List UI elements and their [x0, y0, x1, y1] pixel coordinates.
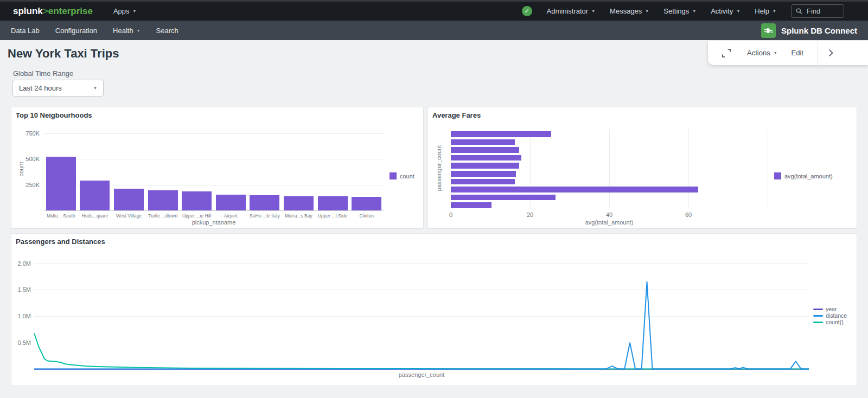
series-line-distance[interactable]: [34, 282, 809, 369]
x-axis-category: Huds...quare: [78, 213, 112, 219]
nav-data-lab[interactable]: Data Lab: [11, 27, 40, 35]
chevron-down-icon: ▼: [774, 51, 777, 55]
menu-administrator[interactable]: Administrator ▼: [547, 7, 596, 15]
top-navbar: splunk>enterprise Apps ▼ ✓ Administrator…: [0, 0, 868, 21]
legend-swatch: [813, 309, 823, 310]
hbar-passenger-count-8[interactable]: [451, 195, 556, 201]
menu-messages[interactable]: Messages ▼: [610, 7, 649, 15]
menu-help-label: Help: [755, 7, 769, 15]
edit-button[interactable]: Edit: [792, 49, 803, 57]
x-axis-tick: 60: [680, 211, 697, 218]
hbar-passenger-count-5[interactable]: [451, 171, 516, 177]
hbar-passenger-count-0[interactable]: [451, 131, 551, 137]
menu-apps[interactable]: Apps ▼: [113, 7, 137, 15]
chart-legend: yeardistancecount(): [813, 306, 847, 325]
hbar-passenger-count-9[interactable]: [451, 202, 492, 208]
hbar-passenger-count-2[interactable]: [451, 147, 519, 153]
menu-help[interactable]: Help ▼: [755, 7, 776, 15]
time-range-dropdown[interactable]: Last 24 hours ▼: [12, 80, 104, 97]
fullscreen-icon[interactable]: [721, 48, 732, 59]
gridline: [44, 133, 384, 134]
app-name: Splunk DB Connect: [781, 26, 857, 35]
gridline: [44, 159, 384, 159]
nav-search[interactable]: Search: [156, 27, 178, 35]
x-axis-tick: 20: [522, 211, 538, 218]
legend-label: distance: [826, 312, 847, 319]
logo-splunk-text: splunk: [13, 6, 43, 16]
health-status-ok-icon[interactable]: ✓: [522, 6, 532, 16]
app-navbar: Data Lab Configuration Health ▼ Search S…: [0, 21, 868, 40]
hbar-passenger-count-6[interactable]: [451, 179, 515, 185]
panel-passengers-distances: Passengers and Distances 0.5M1.0M1.5M2.0…: [11, 233, 857, 386]
chevron-down-icon: ▼: [692, 9, 696, 13]
find-search-box[interactable]: [791, 4, 844, 18]
bar-Turtle ...dtown[interactable]: [148, 190, 178, 210]
x-axis-category: SoHo-...le Italy: [248, 213, 282, 219]
y-axis-tick: 500K: [11, 156, 40, 162]
legend-avg-total-amount[interactable]: avg(total_amount): [774, 172, 833, 179]
dashboard-content: Actions ▼ Edit New York Taxi Trips Globa…: [0, 40, 868, 398]
y-axis-tick: 1.0M: [11, 313, 31, 319]
menu-messages-label: Messages: [610, 7, 642, 15]
chart-title-passengers-distances: Passengers and Distances: [16, 237, 105, 246]
line-chart-passengers-distances: 0.5M1.0M1.5M2.0Mpassenger_countyeardista…: [11, 234, 857, 386]
chevron-down-icon: ▼: [645, 9, 649, 13]
legend-swatch: [813, 322, 823, 323]
bar-Huds...quare[interactable]: [80, 181, 110, 210]
bar-Clinton[interactable]: [352, 197, 381, 210]
bar-chart-top10: 250K500K750KMidto... SouthHuds...quareWe…: [11, 107, 423, 228]
bar-Airport[interactable]: [216, 195, 246, 210]
chevron-down-icon: ▼: [93, 86, 97, 90]
chevron-right-button[interactable]: [818, 49, 844, 57]
series-line-count()[interactable]: [34, 333, 809, 369]
menu-activity[interactable]: Activity ▼: [711, 7, 740, 15]
legend-swatch: [774, 172, 781, 179]
time-range-value: Last 24 hours: [19, 84, 62, 92]
legend-swatch: [390, 172, 397, 179]
legend-label: year: [826, 306, 837, 312]
hbar-passenger-count-7[interactable]: [451, 187, 698, 192]
legend-swatch: [813, 315, 823, 317]
search-icon: [796, 8, 802, 15]
logo-product-text: enterprise: [48, 6, 93, 16]
chart-title-average-fares: Average Fares: [432, 111, 481, 119]
chart-title-top10: Top 10 Neigbourhoods: [16, 111, 92, 119]
nav-health-label: Health: [113, 27, 133, 35]
bar-SoHo-...le Italy[interactable]: [250, 195, 279, 210]
nav-health[interactable]: Health ▼: [113, 27, 141, 35]
line-chart-canvas: [34, 255, 809, 370]
x-axis-tick: 0: [443, 211, 459, 218]
bar-West Village[interactable]: [114, 189, 144, 210]
y-axis-title: count: [18, 162, 24, 177]
x-axis-tick: 40: [601, 211, 617, 218]
chevron-down-icon: ▼: [591, 9, 595, 13]
bar-Upper ...t Side[interactable]: [318, 196, 348, 210]
nav-configuration[interactable]: Configuration: [55, 27, 97, 35]
hbar-passenger-count-1[interactable]: [451, 139, 515, 145]
splunk-logo[interactable]: splunk>enterprise: [13, 6, 93, 17]
menu-settings[interactable]: Settings ▼: [663, 7, 696, 15]
hbar-chart-average-fares: 0204060avg(total_amount)passenger_counta…: [428, 107, 857, 228]
gridline: [609, 129, 610, 208]
app-identity[interactable]: Splunk DB Connect: [761, 23, 857, 38]
find-input[interactable]: [806, 7, 839, 16]
y-axis-tick: 2.0M: [11, 260, 31, 267]
actions-button[interactable]: Actions ▼: [747, 49, 777, 57]
x-axis-category: Upper ...t Side: [316, 213, 350, 219]
actions-button-label: Actions: [747, 49, 770, 57]
hbar-passenger-count-4[interactable]: [451, 163, 519, 169]
legend-item-count()[interactable]: count(): [813, 319, 847, 325]
dashboard-toolbar: Actions ▼ Edit: [708, 41, 868, 65]
legend-item-year[interactable]: year: [813, 306, 847, 312]
bar-Upper ...ie Hill[interactable]: [182, 191, 212, 210]
legend-item-distance[interactable]: distance: [813, 312, 847, 319]
hbar-passenger-count-3[interactable]: [451, 155, 521, 161]
x-axis-category: Murra...s Bay: [282, 213, 316, 219]
chevron-down-icon: ▼: [736, 9, 740, 13]
x-axis-line: [44, 210, 384, 211]
x-axis-title: passenger_count: [34, 371, 809, 378]
bar-Murra...s Bay[interactable]: [284, 196, 314, 210]
panel-top10-neighbourhoods: Top 10 Neigbourhoods 250K500K750KMidto..…: [11, 107, 424, 229]
bar-Midto... South[interactable]: [46, 157, 76, 210]
legend-count[interactable]: count: [390, 172, 414, 179]
